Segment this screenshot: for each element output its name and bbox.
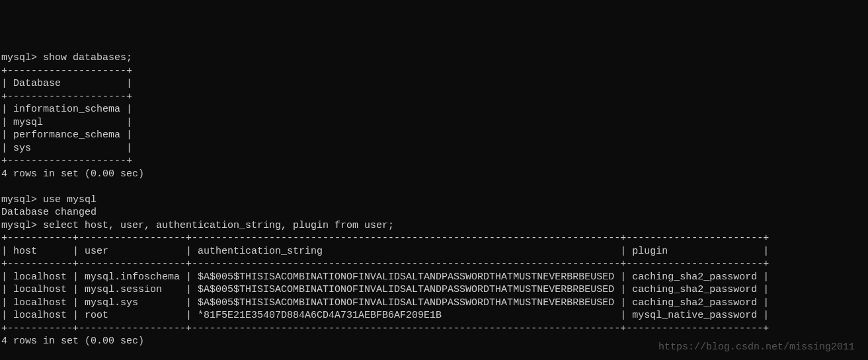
table-separator: +-----------+------------------+--------… — [1, 233, 769, 244]
command-show-databases: show databases; — [43, 52, 132, 63]
table-separator: +--------------------+ — [1, 155, 132, 166]
table-row: | localhost | mysql.infoschema | $A$005$… — [1, 271, 769, 283]
watermark-text: https://blog.csdn.net/missing2011 — [658, 341, 855, 354]
table-row: | performance_schema | — [1, 129, 132, 141]
table-row: | localhost | mysql.session | $A$005$THI… — [1, 284, 769, 295]
table-separator: +-----------+------------------+--------… — [1, 323, 769, 334]
table-separator: +-----------+------------------+--------… — [1, 258, 769, 270]
table-separator: +--------------------+ — [1, 65, 132, 77]
status-message: Database changed — [1, 207, 97, 218]
result-summary: 4 rows in set (0.00 sec) — [1, 168, 144, 180]
terminal-output: mysql> show databases; +----------------… — [0, 52, 868, 360]
result-summary: 4 rows in set (0.00 sec) — [1, 336, 144, 347]
command-use-mysql: use mysql — [43, 194, 97, 205]
table-row: | sys | — [1, 143, 132, 154]
table-row: | mysql | — [1, 117, 132, 128]
prompt: mysql> — [1, 220, 37, 231]
table-row: | localhost | root | *81F5E21E35407D884A… — [1, 310, 769, 321]
table-header-row: | Database | — [1, 78, 132, 89]
table-row: | information_schema | — [1, 104, 132, 115]
table-row: | localhost | mysql.sys | $A$005$THISISA… — [1, 297, 769, 308]
table-header-row: | host | user | authentication_string | … — [1, 246, 769, 257]
prompt: mysql> — [1, 194, 37, 205]
prompt: mysql> — [1, 52, 37, 63]
command-select-user: select host, user, authentication_string… — [43, 220, 394, 231]
table-separator: +--------------------+ — [1, 91, 132, 102]
